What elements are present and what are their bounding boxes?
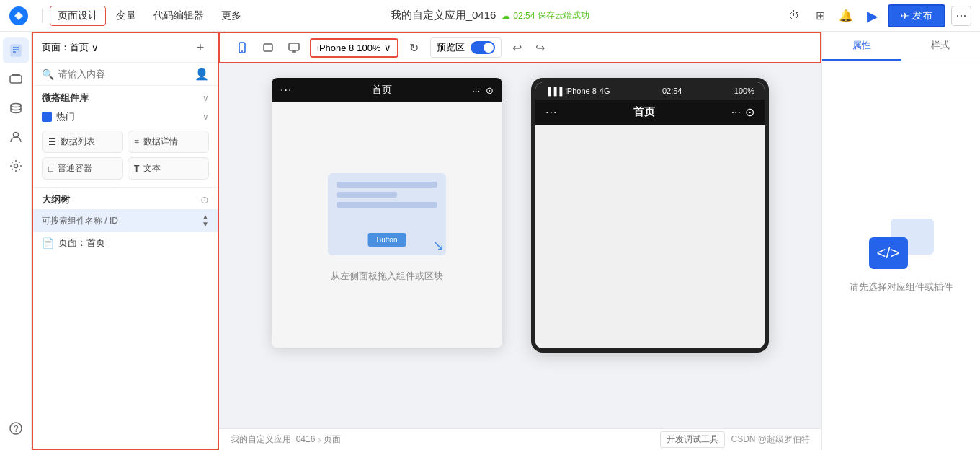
device-tablet-btn[interactable]: [258, 38, 278, 58]
searchable-section: 可搜索组件名称 / ID ▲ ▼: [33, 209, 218, 232]
hot-title: 热门: [56, 110, 75, 123]
component-library-section: 微搭组件库 ∨: [33, 86, 218, 107]
template-icon-btn[interactable]: ⊞: [810, 6, 830, 26]
collapse-icon[interactable]: ∨: [202, 93, 209, 103]
search-bar: 🔍 👤: [33, 63, 218, 86]
outline-title: 大纲树: [42, 193, 70, 206]
bottom-bar: 我的自定义应用_0416 › 页面 开发调试工具 CSDN @超级罗伯特: [219, 428, 821, 450]
breadcrumb-page: 页面: [324, 433, 341, 446]
left-panel-header: 页面：首页 ∨ +: [33, 33, 218, 63]
svg-point-1: [17, 14, 21, 18]
right-panel: 属性 样式 </> 请先选择对应组件或插件: [821, 32, 980, 450]
tree-item-page-home[interactable]: 📄 页面：首页: [33, 232, 218, 254]
right-panel-content: </> 请先选择对应组件或插件: [822, 61, 980, 450]
svg-rect-6: [10, 76, 22, 83]
sidebar-icon-pages[interactable]: [3, 38, 29, 63]
icon-sidebar: ?: [0, 32, 32, 450]
phone2-controls: ··· ⊙: [731, 105, 754, 119]
nav-center: 我的自定义应用_0416 ☁ 02:54 保存云端成功: [391, 9, 590, 22]
send-icon: ✈: [901, 10, 909, 22]
page-selector[interactable]: 页面：首页 ∨: [42, 41, 99, 54]
svg-point-10: [14, 164, 17, 168]
left-panel: 页面：首页 ∨ + 🔍 👤 微搭组件库 ∨ 热门 ∨ ☰ 数据列表 ≡: [32, 32, 219, 450]
sidebar-icon-user[interactable]: [3, 124, 29, 150]
device-selector[interactable]: iPhone 8 100% ∨: [310, 38, 398, 58]
phone-content-edit: Button ↘ 从左侧面板拖入组件或区块: [272, 102, 502, 348]
device-desktop-btn[interactable]: [284, 38, 304, 58]
menu-icon-edit: ···: [472, 85, 480, 96]
sidebar-icon-database[interactable]: [3, 95, 29, 121]
app-title: 我的自定义应用_0416: [391, 9, 496, 22]
dev-tools-button[interactable]: 开发调试工具: [660, 431, 725, 448]
add-page-button[interactable]: +: [192, 39, 209, 56]
phone2-signal: ▐▐▐ iPhone 8 4G: [545, 87, 610, 95]
undo-button[interactable]: ↩: [507, 38, 527, 58]
phone-dots-edit: ···: [280, 84, 292, 97]
preview-toggle-container: 预览区: [430, 38, 502, 58]
sidebar-icon-layers[interactable]: [3, 66, 29, 92]
searchable-sort-icons[interactable]: ▲ ▼: [202, 213, 209, 228]
publish-button[interactable]: ✈ 发布: [888, 4, 945, 27]
phone-controls-edit: ··· ⊙: [472, 85, 494, 96]
component-text[interactable]: T 文本: [128, 157, 209, 180]
right-panel-decoration: </>: [869, 219, 934, 269]
rp-deco-front: </>: [869, 237, 908, 269]
component-data-list[interactable]: ☰ 数据列表: [42, 131, 123, 153]
bell-icon-btn[interactable]: 🔔: [836, 6, 856, 26]
illus-arrow: ↘: [432, 237, 445, 254]
phone-title-edit: 首页: [292, 84, 472, 97]
sidebar-icon-help[interactable]: ?: [3, 415, 29, 441]
user-icon: 👤: [195, 67, 209, 81]
svg-rect-15: [264, 44, 272, 51]
main-canvas: iPhone 8 100% ∨ ↻ 预览区 ↩ ↪ ··· 首页: [219, 32, 821, 450]
signal-bars-icon: ▐▐▐: [545, 87, 562, 95]
svg-rect-2: [11, 45, 21, 56]
outline-icon[interactable]: ⊙: [200, 194, 209, 206]
nav-tab-code-editor[interactable]: 代码编辑器: [146, 6, 211, 25]
cloud-icon: ☁: [502, 11, 510, 21]
phone-frame-preview: ▐▐▐ iPhone 8 4G 02:54 100% ··· 首页 ··· ⊙: [531, 78, 769, 353]
outline-section: 大纲树 ⊙: [33, 187, 218, 209]
search-input[interactable]: [58, 69, 190, 79]
nav-tab-page-design[interactable]: 页面设计: [50, 6, 106, 26]
phone2-title: 首页: [557, 105, 731, 119]
clock-icon-btn[interactable]: ⏱: [784, 6, 804, 26]
top-nav: 页面设计 变量 代码编辑器 更多 我的自定义应用_0416 ☁ 02:54 保存…: [0, 0, 980, 32]
component-library-title: 微搭组件库: [42, 92, 89, 105]
tab-styles[interactable]: 样式: [901, 32, 981, 61]
data-detail-icon: ≡: [134, 137, 139, 147]
sidebar-icon-settings[interactable]: [3, 153, 29, 179]
container-icon: □: [48, 164, 53, 174]
drag-placeholder: Button ↘ 从左侧面板拖入组件或区块: [322, 167, 452, 283]
svg-rect-17: [289, 43, 299, 50]
main-layout: ? 页面：首页 ∨ + 🔍 👤 微搭组件库 ∨ 热门 ∨ ☰: [0, 32, 980, 450]
component-generic-container[interactable]: □ 普通容器: [42, 157, 123, 180]
redo-button[interactable]: ↪: [530, 38, 551, 58]
nav-tab-variables[interactable]: 变量: [109, 6, 143, 25]
refresh-button[interactable]: ↻: [404, 38, 424, 58]
phone2-record-icon: ⊙: [745, 105, 754, 119]
phone2-content: [535, 125, 765, 348]
phone2-status-bar: ▐▐▐ iPhone 8 4G 02:54 100%: [535, 82, 765, 100]
preview-label: 预览区: [437, 41, 465, 54]
more-options-button[interactable]: ···: [951, 6, 971, 26]
nav-tab-more[interactable]: 更多: [214, 6, 249, 25]
network-type: 4G: [600, 87, 610, 95]
svg-point-14: [241, 50, 243, 52]
tab-properties[interactable]: 属性: [822, 32, 901, 61]
svg-rect-7: [12, 74, 20, 76]
phone2-dots: ···: [545, 106, 557, 119]
record-icon-edit: ⊙: [486, 85, 494, 96]
component-data-detail[interactable]: ≡ 数据详情: [128, 131, 209, 153]
device-mobile-btn[interactable]: [232, 38, 252, 58]
breadcrumb: 我的自定义应用_0416 › 页面: [231, 433, 654, 446]
svg-point-16: [272, 47, 273, 48]
hot-collapse-icon[interactable]: ∨: [202, 112, 209, 122]
breadcrumb-app: 我的自定义应用_0416: [231, 433, 315, 446]
code-icon: </>: [877, 244, 900, 262]
text-icon: T: [134, 164, 139, 174]
preview-toggle-switch[interactable]: [471, 41, 495, 54]
phone2-menu-icon: ···: [731, 106, 741, 119]
bottom-bar-right: 开发调试工具 CSDN @超级罗伯特: [660, 431, 810, 448]
play-icon-btn[interactable]: ▶: [862, 6, 882, 26]
